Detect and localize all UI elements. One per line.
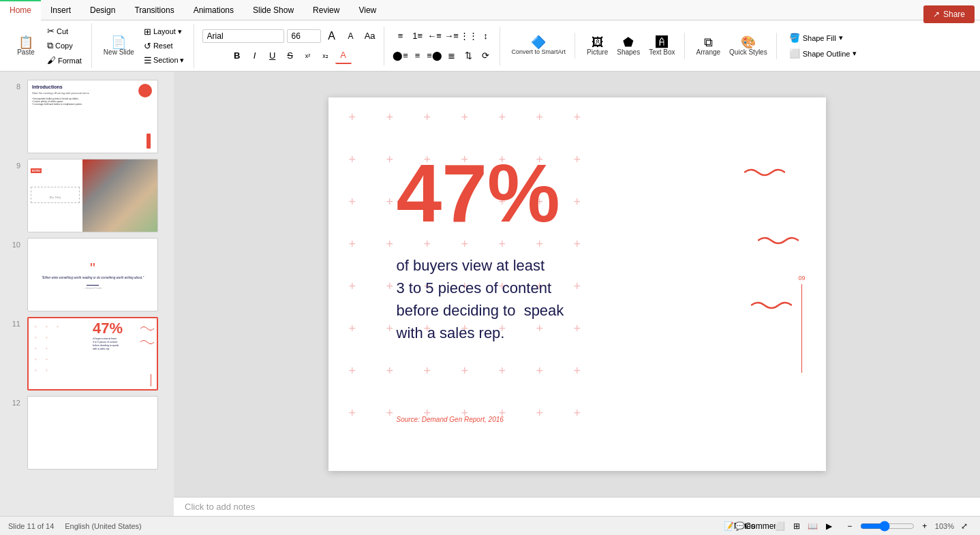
thumb11-vline xyxy=(151,374,151,386)
para-bottom-row: ⬤≡ ≡ ≡⬤ ≣ ⇅ ⟳ xyxy=(393,48,494,64)
italic-button[interactable]: I xyxy=(247,48,263,64)
font-size-input[interactable] xyxy=(287,29,321,43)
arrange-button[interactable]: ⧉ Arrange xyxy=(693,34,724,58)
copy-icon: ⧉ xyxy=(47,40,53,51)
textbox-button[interactable]: 🅰 Text Box xyxy=(645,34,678,58)
tab-animations[interactable]: Animations xyxy=(184,0,243,20)
comments-button[interactable]: 💬 Comments xyxy=(752,519,767,534)
tab-view[interactable]: View xyxy=(349,0,386,20)
shapes-button[interactable]: ⬟ Shapes xyxy=(613,34,643,58)
normal-view-button[interactable]: ⬜ xyxy=(773,519,788,534)
align-left-btn[interactable]: ⬤≡ xyxy=(393,48,409,64)
numbering-button[interactable]: 1≡ xyxy=(410,28,426,44)
slideshow-button[interactable]: ▶ xyxy=(822,519,837,534)
line-spacing-btn[interactable]: ↕ xyxy=(478,28,494,44)
layout-button[interactable]: ⊞ Layout ▾ xyxy=(140,25,188,38)
zoom-in-button[interactable]: + xyxy=(917,519,932,534)
slide-item-8[interactable]: 8 Introductions Start the meeting off st… xyxy=(0,77,174,156)
drawing-row: 🔷 Convert to SmartArt xyxy=(508,34,570,57)
columns-button[interactable]: ⋮⋮ xyxy=(461,28,477,44)
text-direction-btn[interactable]: ⇅ xyxy=(461,48,477,64)
slide-item-9[interactable]: 9 INTRO [No Title] xyxy=(0,156,174,235)
font-name-input[interactable] xyxy=(202,29,284,43)
underline-button[interactable]: U xyxy=(264,48,281,64)
paste-button[interactable]: 📋 Paste xyxy=(11,34,41,58)
tab-review[interactable]: Review xyxy=(303,0,349,20)
bold-button[interactable]: B xyxy=(229,48,245,64)
cut-button[interactable]: ✂ Cut xyxy=(43,25,86,37)
bullets-button[interactable]: ≡ xyxy=(393,28,409,44)
align-right-btn[interactable]: ≡⬤ xyxy=(427,48,443,64)
clear-format-btn[interactable]: Aa xyxy=(362,28,378,44)
thumb11-wave2 xyxy=(140,339,154,346)
smartart-convert-btn[interactable]: ⟳ xyxy=(478,48,494,64)
thumb8-circle xyxy=(138,84,152,97)
slide-canvas[interactable]: ++++++++++++++++++++++++++++++++++++++++… xyxy=(328,97,826,471)
shape-outline-button[interactable]: ⬜ Shape Outline ▾ xyxy=(785,47,861,60)
copy-button[interactable]: ⧉ Copy xyxy=(43,39,86,52)
increase-font-btn[interactable]: A xyxy=(324,28,340,44)
zoom-slider[interactable] xyxy=(860,521,915,532)
slide-sorter-button[interactable]: ⊞ xyxy=(789,519,804,534)
reading-view-button[interactable]: 📖 xyxy=(806,519,821,534)
tab-insert[interactable]: Insert xyxy=(41,0,80,20)
notes-bar[interactable]: Click to add notes xyxy=(174,497,980,516)
new-slide-button[interactable]: 📄 New Slide xyxy=(100,34,138,58)
subscript-button[interactable]: x₂ xyxy=(318,48,334,64)
reset-icon: ↺ xyxy=(144,41,151,51)
justify-btn[interactable]: ≣ xyxy=(444,48,460,64)
picture-icon: 🖼 xyxy=(592,36,604,48)
slide-item-12[interactable]: 12 xyxy=(0,393,174,472)
shape-fill-chevron: ▾ xyxy=(839,33,843,42)
zoom-level: 103% xyxy=(935,522,954,530)
notes-placeholder: Click to add notes xyxy=(185,502,255,512)
decrease-font-btn[interactable]: A xyxy=(343,28,359,44)
fit-to-window-button[interactable]: ⤢ xyxy=(957,519,972,534)
ribbon: Home Insert Design Transitions Animation… xyxy=(0,0,980,72)
shapes-icon: ⬟ xyxy=(623,36,634,48)
tab-transitions[interactable]: Transitions xyxy=(125,0,183,20)
convert-smartart-button[interactable]: 🔷 Convert to SmartArt xyxy=(508,34,570,57)
format-painter-button[interactable]: 🖌 Format xyxy=(43,54,86,67)
font-color-btn[interactable]: A xyxy=(335,48,352,64)
status-bar: Slide 11 of 14 English (United States) 📝… xyxy=(0,516,980,535)
section-chevron: ▾ xyxy=(180,56,184,65)
picture-button[interactable]: 🖼 Picture xyxy=(583,34,611,58)
slide-number-badge: 09 xyxy=(798,275,805,281)
section-button[interactable]: ☰ Section ▾ xyxy=(140,54,188,67)
shape-outline-icon: ⬜ xyxy=(789,48,800,59)
canvas-wrapper[interactable]: ++++++++++++++++++++++++++++++++++++++++… xyxy=(174,72,980,497)
slide-number-11: 11 xyxy=(8,317,20,328)
slide-number-10: 10 xyxy=(8,238,20,249)
font-group: A A Aa B I U S x² x₂ A xyxy=(197,27,384,65)
slide-item-11[interactable]: 11 + + + + + + + + + + + xyxy=(0,314,174,393)
slide-number-12: 12 xyxy=(8,396,20,407)
thumb8-bullets: • Incorporate bullet points to break up … xyxy=(32,97,153,106)
increase-indent-btn[interactable]: →≡ xyxy=(444,28,460,44)
source-text: Source: Demand Gen Report, 2016 xyxy=(397,416,504,423)
thumb8-body: Start the meeting off strong with person… xyxy=(32,91,153,95)
canvas-area: ++++++++++++++++++++++++++++++++++++++++… xyxy=(174,72,980,516)
tab-design[interactable]: Design xyxy=(80,0,125,20)
shape-format-group: 🪣 Shape Fill ▾ ⬜ Shape Outline ▾ xyxy=(780,30,867,61)
tab-slideshow[interactable]: Slide Show xyxy=(243,0,303,20)
quick-styles-button[interactable]: 🎨 Quick Styles xyxy=(726,34,771,58)
shape-format-row: 🪣 Shape Fill ▾ ⬜ Shape Outline ▾ xyxy=(785,31,861,60)
tab-home[interactable]: Home xyxy=(0,0,41,20)
cut-copy-format-group: ✂ Cut ⧉ Copy 🖌 Format xyxy=(43,25,86,67)
reset-button[interactable]: ↺ Reset xyxy=(140,40,188,52)
superscript-button[interactable]: x² xyxy=(300,48,316,64)
format-painter-icon: 🖌 xyxy=(47,55,56,65)
shape-fill-button[interactable]: 🪣 Shape Fill ▾ xyxy=(785,31,861,44)
clipboard-group: 📋 Paste ✂ Cut ⧉ Copy 🖌 Format xyxy=(5,23,92,68)
thumb9-notitle: [No Title] xyxy=(31,187,80,203)
arrange-row: ⧉ Arrange 🎨 Quick Styles xyxy=(693,34,771,58)
drawing-group: 🔷 Convert to SmartArt xyxy=(503,33,576,59)
decrease-indent-btn[interactable]: ←≡ xyxy=(427,28,443,44)
zoom-out-button[interactable]: − xyxy=(842,519,857,534)
slide-item-10[interactable]: 10 " "Either write something worth readi… xyxy=(0,235,174,314)
slide-number-8: 8 xyxy=(8,80,20,91)
strikethrough-button[interactable]: S xyxy=(282,48,298,64)
align-center-btn[interactable]: ≡ xyxy=(410,48,426,64)
share-button[interactable]: ↗ Share xyxy=(923,5,975,23)
